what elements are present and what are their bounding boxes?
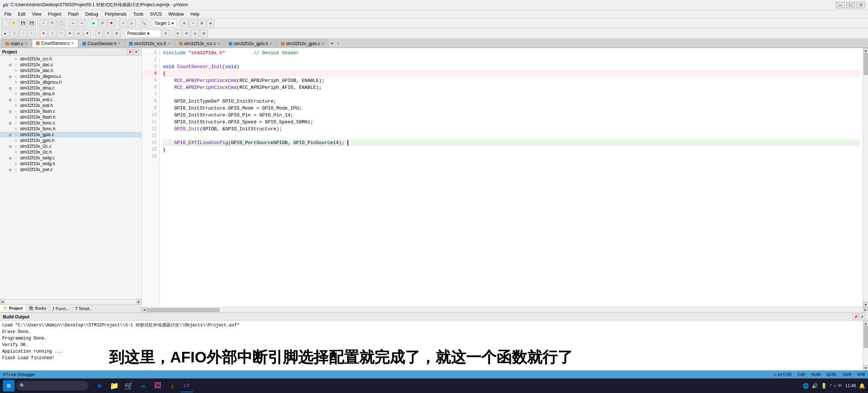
notification-icon[interactable]: 🔔 — [859, 383, 865, 389]
run-button[interactable]: ▶ — [1, 29, 9, 37]
tree-item-iwdg-h[interactable]: h stm32f10x_iwdg.h — [0, 161, 141, 167]
close-button[interactable]: ✕ — [856, 2, 865, 8]
tab-close-rcc-h[interactable]: ✕ — [168, 41, 171, 45]
tree-item-fsmc-c[interactable]: ⊞ c stm32f10x_fsmc.c — [0, 120, 141, 126]
tab-close-gpio-c[interactable]: ✕ — [322, 41, 325, 45]
bottom-tab-books[interactable]: 📚 Books — [26, 305, 49, 311]
flash-config-button[interactable]: ⚡ — [189, 19, 197, 27]
menu-tools[interactable]: Tools — [130, 11, 146, 17]
step-in-button[interactable]: ↓ — [19, 29, 27, 37]
hscroll-right[interactable]: ▶ — [863, 307, 868, 313]
minimize-button[interactable]: ─ — [836, 2, 845, 8]
project-close-button[interactable]: ✕ — [133, 49, 139, 55]
bottom-tab-templ[interactable]: T Templ... — [72, 306, 96, 311]
tree-item-i2c-h[interactable]: h stm32f10x_i2c.h — [0, 149, 141, 155]
tree-item-exti-h[interactable]: h stm32f10x_exti.h — [0, 103, 141, 108]
taskbar-edge[interactable]: ⊕ — [93, 379, 106, 392]
hscroll-track[interactable] — [147, 307, 863, 312]
tree-item-dac-c[interactable]: ⊞ c stm32f10x_dac.c — [0, 62, 141, 68]
debug4[interactable]: ● — [66, 29, 74, 37]
scroll-down-arrow[interactable]: ▼ — [863, 302, 868, 307]
tree-item-exti-c[interactable]: ⊞ c stm32f10x_exti.c — [0, 97, 141, 103]
menu-project[interactable]: Project — [45, 11, 64, 17]
tree-item-pwr-c[interactable]: ⊞ c stm32f10x_pwr.c — [0, 167, 141, 172]
cut-button[interactable]: ✂ — [40, 19, 48, 27]
copy-button[interactable]: ⎘ — [48, 19, 56, 27]
tab-main-c[interactable]: main.c ✕ — [1, 39, 32, 47]
undo-button[interactable]: ↩ — [69, 19, 77, 27]
menu-window[interactable]: Window — [165, 11, 187, 17]
misc-btn1[interactable]: ⊞ — [198, 19, 206, 27]
prescaler-config[interactable]: ⚙ — [162, 29, 170, 37]
taskbar-mail[interactable]: ✉ — [137, 379, 150, 392]
build-close-button[interactable]: ✕ — [859, 314, 865, 320]
logic1[interactable]: ⊗ — [174, 29, 182, 37]
debug-button[interactable]: ▷ — [128, 19, 136, 27]
maximize-button[interactable]: □ — [846, 2, 855, 8]
find-button[interactable]: 🔍 — [140, 19, 148, 27]
prescaler-dropdown[interactable]: Prescaler ▾ — [125, 29, 161, 37]
bottom-tab-funct[interactable]: ƒ Funct... — [49, 306, 72, 311]
debug5[interactable]: ⊙ — [75, 29, 83, 37]
menu-peripherals[interactable]: Peripherals — [102, 11, 130, 17]
build-pin-button[interactable]: 📌 — [853, 314, 859, 320]
build-scroll-thumb[interactable] — [864, 326, 868, 348]
misc-btn2[interactable]: ◈ — [206, 19, 214, 27]
tab-gpio-h[interactable]: stm32f10x_gpio.h ✕ — [225, 39, 277, 47]
tab-rcc-c[interactable]: stm32f10x_rcc.c ✕ — [175, 39, 224, 47]
step-out-button[interactable]: ↑ — [28, 29, 36, 37]
tab-close-main[interactable]: ✕ — [25, 41, 28, 45]
stop-debug-button[interactable]: ○ — [48, 29, 56, 37]
menu-svcs[interactable]: SVCS — [147, 11, 165, 17]
code-editor[interactable]: #include "stm32f10x.h" // Device header … — [160, 48, 863, 307]
save-button[interactable]: 💾 — [19, 19, 27, 27]
tree-item-crc-h[interactable]: h stm32f10x_crc.h — [0, 56, 141, 62]
volume-icon[interactable]: 🔊 — [812, 383, 818, 389]
tree-item-gpio-h[interactable]: h stm32f10x_gpio.h — [0, 138, 141, 143]
menu-view[interactable]: View — [29, 11, 44, 17]
hscroll-thumb[interactable] — [147, 308, 220, 312]
tab-scroll-left[interactable]: ◀ — [329, 39, 335, 47]
tree-item-dma-h[interactable]: h stm32f10x_dma.h — [0, 91, 141, 97]
taskbar-search[interactable]: 🔍 — [16, 381, 89, 390]
menu-edit[interactable]: Edit — [15, 11, 28, 17]
download-button[interactable]: ⬇ — [119, 19, 127, 27]
taskbar-store[interactable]: 🛒 — [122, 379, 135, 392]
step-over-button[interactable]: ⤵ — [10, 29, 18, 37]
hscroll-left[interactable]: ◀ — [142, 307, 147, 313]
view2[interactable]: ≡ — [104, 29, 112, 37]
debug6[interactable]: ● — [83, 29, 91, 37]
tree-item-fsmc-h[interactable]: h stm32f10x_fsmc.h — [0, 126, 141, 132]
tree-item-flash-c[interactable]: ⊞ c stm32f10x_flash.c — [0, 108, 141, 114]
tree-item-dbgmcu-c[interactable]: ⊞ c stm32f10x_dbgmcu.c — [0, 74, 141, 79]
tab-close-rcc-c[interactable]: ✕ — [217, 41, 220, 45]
build-scroll-down[interactable]: ▼ — [863, 365, 868, 370]
tree-item-dma-c[interactable]: ⊞ c stm32f10x_dma.c — [0, 85, 141, 91]
tab-rcc-h[interactable]: stm32f10x_rcc.h ✕ — [125, 39, 174, 47]
tab-countsensor-c[interactable]: CountSensor.c ✕ — [32, 39, 78, 47]
project-pin-button[interactable]: 📌 — [127, 49, 133, 55]
target-dropdown[interactable]: Target 1 ▾ — [152, 19, 176, 27]
tree-item-dbgmcu-h[interactable]: h stm32f10x_dbgmcu.h — [0, 79, 141, 85]
scroll-thumb[interactable] — [864, 53, 868, 75]
project-scroll-left[interactable]: ◀ — [0, 299, 5, 305]
scroll-up-arrow[interactable]: ▲ — [863, 48, 868, 53]
rebuild-button[interactable]: ⟳ — [99, 19, 107, 27]
redo-button[interactable]: ↪ — [78, 19, 86, 27]
tree-item-iwdg-c[interactable]: ⊞ c stm32f10x_iwdg.c — [0, 155, 141, 161]
bottom-tab-project[interactable]: 📁 Project — [0, 305, 26, 311]
taskbar-photos[interactable]: 🖼 — [151, 379, 164, 392]
tree-item-flash-h[interactable]: h stm32f10x_flash.h — [0, 114, 141, 120]
taskbar-explorer[interactable]: 📁 — [108, 379, 121, 392]
tab-countsensor-h[interactable]: CountSensor.h ✕ — [79, 39, 125, 47]
save-all-button[interactable]: 💾 — [28, 19, 36, 27]
taskbar-keil[interactable]: μV — [180, 379, 193, 392]
network-icon[interactable]: 🌐 — [803, 383, 809, 389]
tab-scroll-right[interactable]: ✕ — [335, 39, 341, 47]
logic2[interactable]: ⊕ — [182, 29, 190, 37]
project-scroll-right[interactable]: ▶ — [136, 299, 141, 305]
menu-file[interactable]: File — [1, 11, 14, 17]
build-button[interactable]: ▶ — [90, 19, 98, 27]
tab-close-countsensor[interactable]: ✕ — [71, 41, 74, 45]
start-button[interactable]: ⊞ — [3, 380, 15, 392]
